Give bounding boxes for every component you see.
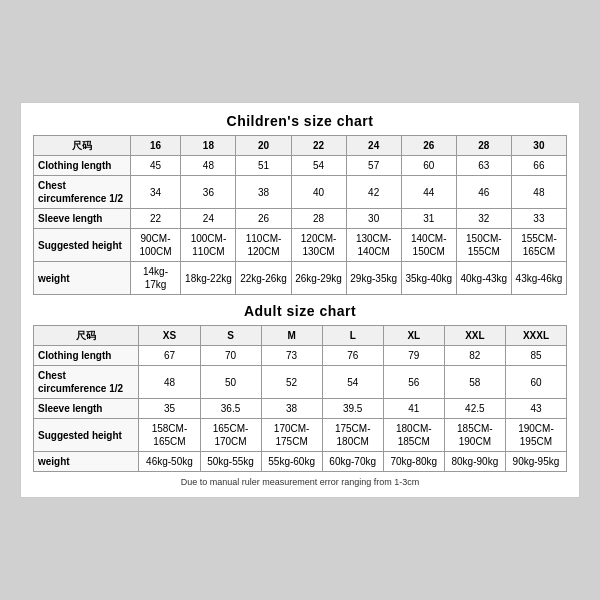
adult-cell: 43 (505, 399, 566, 419)
adult-cell: 50kg-55kg (200, 452, 261, 472)
children-cell: 28 (291, 209, 346, 229)
adult-cell: 38 (261, 399, 322, 419)
children-cell: 57 (346, 156, 401, 176)
children-cell: 26 (236, 209, 291, 229)
children-cell: 63 (456, 156, 511, 176)
adult-header: L (322, 326, 383, 346)
children-cell: 46 (456, 176, 511, 209)
adult-cell: 165CM-170CM (200, 419, 261, 452)
adult-cell: 158CM-165CM (139, 419, 200, 452)
adult-row-label: Sleeve length (34, 399, 139, 419)
adult-header: M (261, 326, 322, 346)
children-row-label: Suggested height (34, 229, 131, 262)
children-header: 22 (291, 136, 346, 156)
adult-row-label: Suggested height (34, 419, 139, 452)
children-cell: 22kg-26kg (236, 262, 291, 295)
children-cell: 100CM-110CM (181, 229, 236, 262)
adult-row-label: weight (34, 452, 139, 472)
children-cell: 30 (346, 209, 401, 229)
children-cell: 14kg-17kg (130, 262, 181, 295)
adult-cell: 67 (139, 346, 200, 366)
children-cell: 140CM-150CM (401, 229, 456, 262)
adult-header: XXL (444, 326, 505, 346)
adult-cell: 52 (261, 366, 322, 399)
children-header: 30 (511, 136, 566, 156)
children-cell: 34 (130, 176, 181, 209)
children-chart-title: Children's size chart (33, 113, 567, 129)
adult-chart-title: Adult size chart (33, 303, 567, 319)
children-cell: 48 (181, 156, 236, 176)
adult-cell: 76 (322, 346, 383, 366)
children-cell: 44 (401, 176, 456, 209)
children-cell: 22 (130, 209, 181, 229)
children-cell: 43kg-46kg (511, 262, 566, 295)
adult-header: XXXL (505, 326, 566, 346)
children-cell: 40 (291, 176, 346, 209)
children-cell: 42 (346, 176, 401, 209)
children-header: 尺码 (34, 136, 131, 156)
children-cell: 33 (511, 209, 566, 229)
children-cell: 54 (291, 156, 346, 176)
adult-cell: 185CM-190CM (444, 419, 505, 452)
adult-row-label: Clothing length (34, 346, 139, 366)
adult-cell: 58 (444, 366, 505, 399)
children-cell: 110CM-120CM (236, 229, 291, 262)
children-cell: 29kg-35kg (346, 262, 401, 295)
adult-header: XS (139, 326, 200, 346)
adult-cell: 73 (261, 346, 322, 366)
children-cell: 24 (181, 209, 236, 229)
adult-header: XL (383, 326, 444, 346)
children-row-label: weight (34, 262, 131, 295)
adult-cell: 35 (139, 399, 200, 419)
adult-cell: 175CM-180CM (322, 419, 383, 452)
adult-cell: 60kg-70kg (322, 452, 383, 472)
children-row-label: Clothing length (34, 156, 131, 176)
children-cell: 26kg-29kg (291, 262, 346, 295)
children-cell: 48 (511, 176, 566, 209)
children-row-label: Chest circumference 1/2 (34, 176, 131, 209)
adult-cell: 190CM-195CM (505, 419, 566, 452)
children-row-label: Sleeve length (34, 209, 131, 229)
adult-cell: 79 (383, 346, 444, 366)
adult-cell: 170CM-175CM (261, 419, 322, 452)
adult-cell: 55kg-60kg (261, 452, 322, 472)
children-header: 18 (181, 136, 236, 156)
children-header: 26 (401, 136, 456, 156)
adult-cell: 82 (444, 346, 505, 366)
adult-cell: 39.5 (322, 399, 383, 419)
children-cell: 66 (511, 156, 566, 176)
adult-cell: 70 (200, 346, 261, 366)
children-cell: 38 (236, 176, 291, 209)
size-chart-container: Children's size chart 尺码1618202224262830… (20, 102, 580, 498)
children-cell: 36 (181, 176, 236, 209)
adult-cell: 48 (139, 366, 200, 399)
adult-cell: 41 (383, 399, 444, 419)
adult-cell: 80kg-90kg (444, 452, 505, 472)
adult-cell: 54 (322, 366, 383, 399)
children-cell: 18kg-22kg (181, 262, 236, 295)
adult-cell: 42.5 (444, 399, 505, 419)
adult-cell: 70kg-80kg (383, 452, 444, 472)
adult-row-label: Chest circumference 1/2 (34, 366, 139, 399)
children-cell: 155CM-165CM (511, 229, 566, 262)
children-cell: 60 (401, 156, 456, 176)
children-cell: 40kg-43kg (456, 262, 511, 295)
adult-header: 尺码 (34, 326, 139, 346)
children-header: 24 (346, 136, 401, 156)
adult-cell: 60 (505, 366, 566, 399)
adult-cell: 36.5 (200, 399, 261, 419)
children-cell: 130CM-140CM (346, 229, 401, 262)
children-header: 20 (236, 136, 291, 156)
children-header: 16 (130, 136, 181, 156)
adult-table: 尺码XSSMLXLXXLXXXL Clothing length67707376… (33, 325, 567, 472)
children-table: 尺码1618202224262830 Clothing length454851… (33, 135, 567, 295)
adult-cell: 90kg-95kg (505, 452, 566, 472)
adult-cell: 50 (200, 366, 261, 399)
children-header: 28 (456, 136, 511, 156)
adult-cell: 180CM-185CM (383, 419, 444, 452)
children-cell: 90CM-100CM (130, 229, 181, 262)
children-cell: 45 (130, 156, 181, 176)
children-cell: 51 (236, 156, 291, 176)
children-cell: 120CM-130CM (291, 229, 346, 262)
adult-cell: 46kg-50kg (139, 452, 200, 472)
